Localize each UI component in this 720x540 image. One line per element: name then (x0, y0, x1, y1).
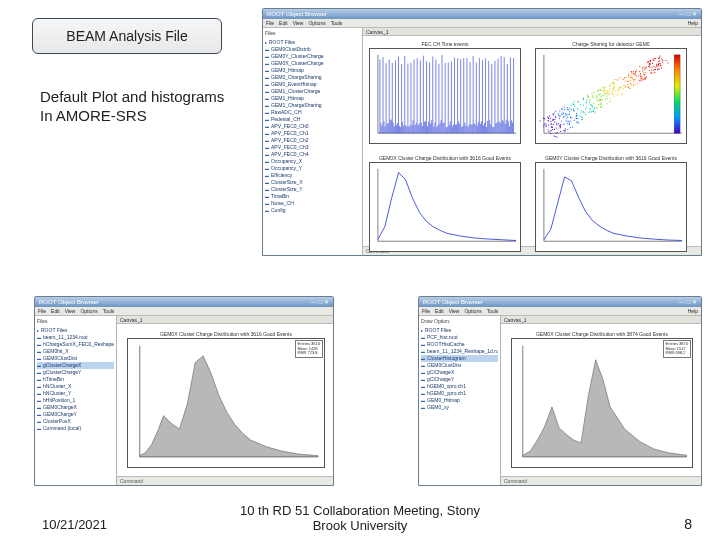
tree-item[interactable]: GEM0_xy (421, 404, 498, 411)
tree-item[interactable]: Command (local) (37, 425, 114, 432)
canvas[interactable]: GEM0X Cluster Charge Distribution with 3… (501, 324, 701, 476)
canvas-tabbar[interactable]: Canvas_1 (363, 28, 701, 36)
tree-item[interactable]: GEM0hit_X (37, 348, 114, 355)
tree-item[interactable]: Noise_CH (265, 200, 360, 207)
tree-item[interactable]: hTimeBin (37, 376, 114, 383)
svg-rect-131 (609, 85, 610, 86)
tree-item[interactable]: ROOT Files (265, 39, 360, 46)
tree-item[interactable]: ClusterHistogram (421, 355, 498, 362)
tree-item[interactable]: hGEM0_ypro.ch1 (421, 390, 498, 397)
menu-edit[interactable]: Edit (435, 307, 444, 315)
tree-item[interactable]: GEM0_ChargeSharing (265, 74, 360, 81)
tree-item[interactable]: hHitPosition_1 (37, 397, 114, 404)
plot-charge-sharing[interactable]: Charge Sharing for detector GEM0 (535, 48, 687, 144)
canvas-tab[interactable]: Canvas_1 (366, 29, 389, 35)
tree-panel[interactable]: Files ROOT Filesbeam_11_1234.roothCharge… (35, 316, 117, 485)
canvas-tab[interactable]: Canvas_1 (120, 317, 143, 323)
menu-options[interactable]: Options (308, 19, 325, 27)
tree-item[interactable]: GEM0Y_ClusterCharge (265, 53, 360, 60)
tree-panel[interactable]: Draw Option: ROOT FilesPCF_hist.rootROOT… (419, 316, 501, 485)
tree-item[interactable]: GEM0_Hitmap (265, 67, 360, 74)
tree-item[interactable]: GEM0ClustDist (37, 355, 114, 362)
tree-item[interactable]: GEM1_ChargeSharing (265, 102, 360, 109)
window-titlebar[interactable]: ROOT Object Browser — □ ✕ (263, 9, 701, 19)
tree-item[interactable]: ROOTHistCache (421, 341, 498, 348)
tree-item[interactable]: hGEM0_xpro.ch1 (421, 383, 498, 390)
svg-rect-91 (658, 65, 659, 66)
tree-item[interactable]: TimeBin (265, 193, 360, 200)
tree-panel[interactable]: Files ROOT FilesGEM0ClustDistribGEM0Y_Cl… (263, 28, 363, 255)
menu-edit[interactable]: Edit (51, 307, 60, 315)
tree-item[interactable]: hNCluster_X (37, 383, 114, 390)
tree-item[interactable]: gClusterChargeX (37, 362, 114, 369)
plot-clustercharge[interactable]: GEM0X Cluster Charge Distribution with 3… (511, 338, 693, 468)
menu-tools[interactable]: Tools (331, 19, 343, 27)
menu-file[interactable]: File (422, 307, 430, 315)
plot-clustercharge[interactable]: GEM0X Cluster Charge Distribution with 3… (127, 338, 325, 468)
svg-rect-170 (636, 70, 637, 71)
menu-view[interactable]: View (449, 307, 460, 315)
menu-file[interactable]: File (38, 307, 46, 315)
tree-item[interactable]: beam_11_1234_Reshape_1d.root (421, 348, 498, 355)
tree-item[interactable]: hChargeSumX_FEC0_Reshape_1d.root (37, 341, 114, 348)
tree-item[interactable]: GEM1_Hitmap (265, 95, 360, 102)
tree-item[interactable]: PCF_hist.root (421, 334, 498, 341)
tree-item[interactable]: GEM0ChargeY (37, 411, 114, 418)
tree-item[interactable]: beam_11_1234.root (37, 334, 114, 341)
tree-item[interactable]: Config (265, 207, 360, 214)
window-controls[interactable]: — □ ✕ (679, 9, 697, 19)
menubar[interactable]: File Edit View Options Tools (35, 307, 333, 316)
canvas[interactable]: GEM0X Cluster Charge Distribution with 3… (117, 324, 333, 476)
canvas[interactable]: FEC CH Time events Charge Sharing for de… (363, 36, 701, 246)
tree-item[interactable]: ROOT Files (421, 327, 498, 334)
canvas-tabbar[interactable]: Canvas_1 (117, 316, 333, 324)
tree-item[interactable]: gClusterChargeY (37, 369, 114, 376)
tree-item[interactable]: Pedestal_CH (265, 116, 360, 123)
tree-item[interactable]: APV_FEC0_Ch3 (265, 144, 360, 151)
menu-edit[interactable]: Edit (279, 19, 288, 27)
menu-help[interactable]: Help (688, 19, 698, 27)
tree-item[interactable]: APV_FEC0_Ch0 (265, 123, 360, 130)
tree-item[interactable]: GEM0X_ClusterCharge (265, 60, 360, 67)
tree-item[interactable]: RawADC_CH (265, 109, 360, 116)
canvas-tabbar[interactable]: Canvas_1 (501, 316, 701, 324)
tree-item[interactable]: Efficiency (265, 172, 360, 179)
tree-item[interactable]: ClusterSize_X (265, 179, 360, 186)
tree-item[interactable]: ClusterSize_Y (265, 186, 360, 193)
menu-help[interactable]: Help (688, 307, 698, 315)
plot-clustercharge-x[interactable]: GEM0X Cluster Charge Distribution with 3… (369, 162, 521, 252)
menu-view[interactable]: View (65, 307, 76, 315)
tree-item[interactable]: gClChargeY (421, 376, 498, 383)
menu-view[interactable]: View (293, 19, 304, 27)
menu-options[interactable]: Options (80, 307, 97, 315)
tree-item[interactable]: Occupancy_X (265, 158, 360, 165)
menu-file[interactable]: File (266, 19, 274, 27)
tree-item[interactable]: GEM0_EventHitmap (265, 81, 360, 88)
tree-item[interactable]: GEM0_Hitmap (421, 397, 498, 404)
tree-item[interactable]: Occupancy_Y (265, 165, 360, 172)
tree-item[interactable]: hNCluster_Y (37, 390, 114, 397)
tree-item[interactable]: GEM0ClustDistrib (265, 46, 360, 53)
svg-rect-305 (569, 123, 570, 124)
window-controls[interactable]: — □ ✕ (679, 297, 697, 307)
canvas-tab[interactable]: Canvas_1 (504, 317, 527, 323)
window-titlebar[interactable]: ROOT Object Browser — □ ✕ (35, 297, 333, 307)
window-titlebar[interactable]: ROOT Object Browser — □ ✕ (419, 297, 701, 307)
plot-clustercharge-y[interactable]: GEM0Y Cluster Charge Distribution with 3… (535, 162, 687, 252)
tree-item[interactable]: APV_FEC0_Ch4 (265, 151, 360, 158)
menu-tools[interactable]: Tools (487, 307, 499, 315)
tree-item[interactable]: gClChargeX (421, 369, 498, 376)
menubar[interactable]: File Edit View Options Tools Help (263, 19, 701, 28)
tree-item[interactable]: ClusterPosX (37, 418, 114, 425)
plot-raw-adc[interactable]: FEC CH Time events (369, 48, 521, 144)
menubar[interactable]: File Edit View Options Tools Help (419, 307, 701, 316)
tree-item[interactable]: APV_FEC0_Ch1 (265, 130, 360, 137)
menu-options[interactable]: Options (464, 307, 481, 315)
tree-item[interactable]: APV_FEC0_Ch2 (265, 137, 360, 144)
menu-tools[interactable]: Tools (103, 307, 115, 315)
tree-item[interactable]: GEM0ChargeX (37, 404, 114, 411)
tree-item[interactable]: GEM0ClustDist (421, 362, 498, 369)
tree-item[interactable]: ROOT Files (37, 327, 114, 334)
tree-item[interactable]: GEM1_ClusterCharge (265, 88, 360, 95)
window-controls[interactable]: — □ ✕ (311, 297, 329, 307)
